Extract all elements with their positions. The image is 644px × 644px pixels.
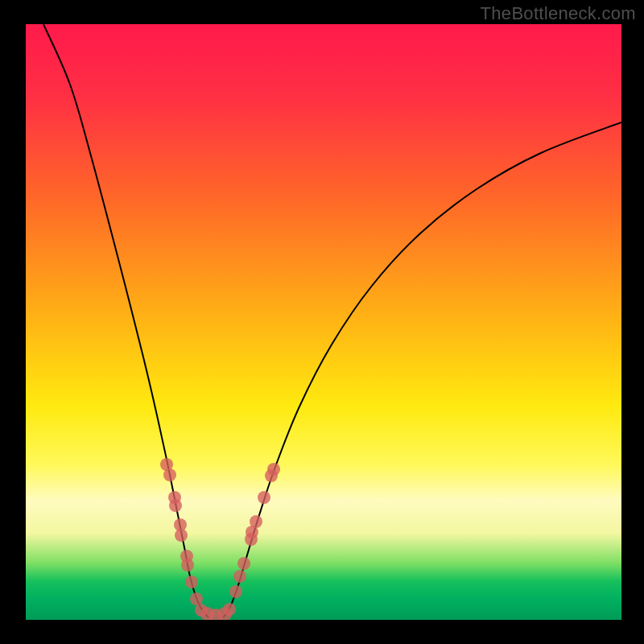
measurement-dot [163, 469, 176, 481]
measurement-dot [190, 592, 203, 605]
measurement-dot [233, 570, 246, 583]
measurement-dot [169, 499, 182, 512]
measurement-dot [267, 463, 280, 476]
measurement-dot [185, 576, 198, 588]
measurement-dot [223, 603, 236, 616]
measurement-dot [175, 529, 188, 542]
measurement-dot [237, 557, 250, 570]
watermark-text: TheBottleneck.com [481, 3, 636, 24]
plot-area [26, 24, 621, 620]
measurement-dot [258, 491, 270, 504]
chart-stage: TheBottleneck.com [0, 0, 644, 644]
measurement-dot [229, 585, 242, 598]
measurement-dot [181, 559, 194, 572]
measurement-dot [250, 515, 262, 528]
gradient-background [26, 24, 621, 620]
plot-svg [26, 24, 621, 620]
